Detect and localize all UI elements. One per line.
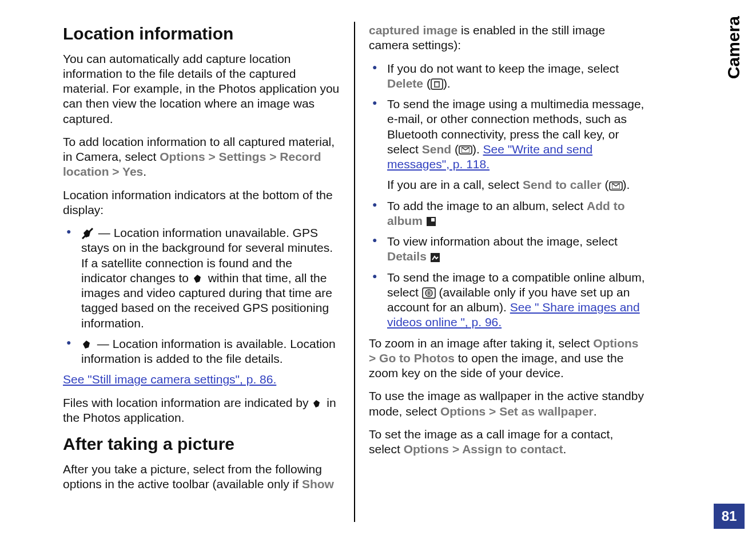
list-item: — Location information unavailable. GPS … xyxy=(63,225,340,331)
para: To set the image as a call image for a c… xyxy=(369,427,646,457)
left-column: Location information You can automatical… xyxy=(63,17,340,527)
list-item: To send the image using a multimedia mes… xyxy=(369,97,646,193)
page-content: Location information You can automatical… xyxy=(0,0,756,538)
sidebar: Camera 81 xyxy=(709,0,745,546)
para: captured image is enabled in the still i… xyxy=(369,23,646,53)
para: Location information indicators at the b… xyxy=(63,188,340,218)
gps-on-icon xyxy=(312,398,323,409)
column-divider xyxy=(354,22,355,522)
sub-para: If you are in a call, select Send to cal… xyxy=(387,177,646,192)
link-row: See "Still image camera settings", p. 86… xyxy=(63,372,340,387)
trash-icon xyxy=(431,78,443,90)
para: You can automatically add capture locati… xyxy=(63,52,340,126)
para: To add location information to all captu… xyxy=(63,134,340,180)
para: After you take a picture, select from th… xyxy=(63,462,340,492)
list-item: To send the image to a compatible online… xyxy=(369,270,646,330)
album-icon xyxy=(426,216,436,227)
indicator-list: — Location information unavailable. GPS … xyxy=(63,225,340,366)
para: Files with location information are indi… xyxy=(63,395,340,426)
page-number: 81 xyxy=(714,504,745,529)
list-item: — Location information is available. Loc… xyxy=(63,337,340,367)
gps-on-icon xyxy=(81,339,94,350)
heading-after: After taking a picture xyxy=(63,433,340,455)
link-still-settings[interactable]: See "Still image camera settings", p. 86… xyxy=(63,373,276,386)
para: To use the image as wallpaper in the act… xyxy=(369,389,646,419)
gps-off-icon xyxy=(81,227,95,240)
globe-icon xyxy=(422,287,436,299)
list-item: If you do not want to keep the image, se… xyxy=(369,61,646,92)
envelope-icon xyxy=(459,145,472,155)
para: To zoom in an image after taking it, sel… xyxy=(369,336,646,381)
options-list: If you do not want to keep the image, se… xyxy=(369,61,646,330)
list-item: To add the image to an album, select Add… xyxy=(369,199,646,229)
svg-rect-6 xyxy=(431,218,435,221)
list-item: To view information about the image, sel… xyxy=(369,234,646,264)
heading-location: Location information xyxy=(63,23,340,45)
envelope-icon xyxy=(609,181,623,191)
right-column: captured image is enabled in the still i… xyxy=(369,17,646,527)
gps-on-icon xyxy=(192,273,205,284)
details-icon xyxy=(430,252,440,263)
svg-rect-1 xyxy=(435,82,439,87)
section-label: Camera xyxy=(724,16,743,79)
